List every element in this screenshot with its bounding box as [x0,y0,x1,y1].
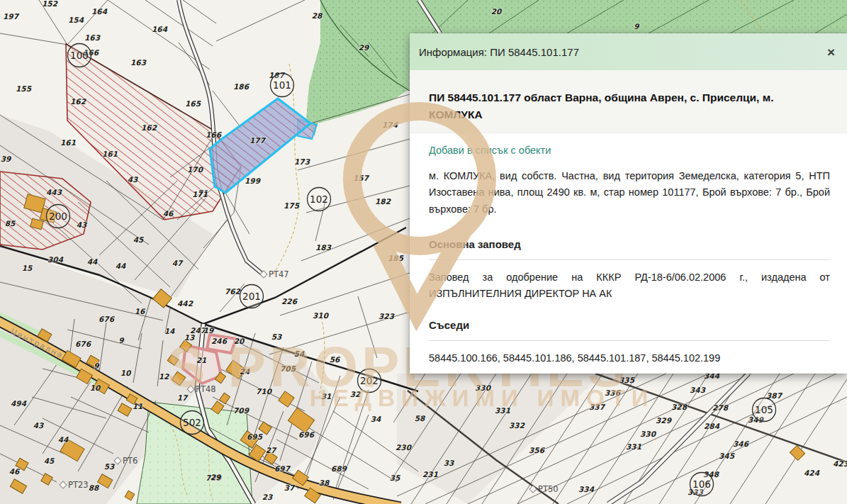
parcel-label: 676 [99,315,116,323]
parcel-label: 332 [509,421,525,430]
parcel-label: 38 [319,478,330,487]
add-to-list-link[interactable]: Добави в списък с обекти [429,142,551,159]
parcel-label: 323 [378,312,395,320]
parcel-label: 173 [294,157,310,166]
parcel-label: 155 [16,84,32,93]
parcel-label: 163 [130,58,147,67]
parcel-title-block: ПИ 58445.101.177 област Варна, община Ав… [410,70,847,133]
zone-circle-label: 502 [183,417,201,428]
parcel-label: 39 [1,155,12,163]
parcel-label: 177 [249,136,267,145]
parcel-label: 171 [192,190,208,198]
parcel-label: 11 [133,402,143,410]
parcel-label: 174 [382,121,398,129]
parcel-label: 231 [422,470,438,478]
parcel-label: 46 [9,467,21,476]
parcel-label: 23 [262,493,273,501]
parcel-label: 284 [704,422,720,430]
parcel-label: 88 [89,483,100,492]
parcel-label: 10 [90,383,101,392]
parcel-label: 44 [116,262,126,270]
parcel-label: 161 [60,138,76,147]
parcel-label: 334 [578,485,595,493]
parcel-label: 19 [203,326,215,335]
parcel-label: 33 [444,459,454,467]
parcel-label: 34 [371,415,381,423]
info-panel-title: Информация: ПИ 58445.101.177 [419,46,579,58]
parcel-label: 199 [245,177,262,185]
parcel-label: 329 [656,416,673,425]
parcel-label: 43 [33,421,44,430]
parcel-label: 695 [247,432,263,441]
parcel-label: 29 [211,473,222,481]
parcel-label: 356 [529,446,546,454]
zone-circle-label: 101 [273,79,291,91]
parcel-label: 175 [284,201,300,210]
order-text: Заповед за одобрение на КККР РД-18-6/06.… [429,269,830,302]
parcel-label: 44 [58,435,69,444]
parcel-label: 37 [284,483,296,492]
parcel-label: 345 [719,452,735,460]
parcel-label: 709 [233,406,250,415]
parcel-label: 183 [315,243,332,252]
parcel-description: м. КОМЛУКА, вид собств. Частна, вид тери… [429,168,830,218]
close-icon[interactable]: × [827,45,835,59]
parcel-label: 162 [70,97,86,106]
parcel-label: 185 [388,254,404,262]
order-heading: Основна заповед [429,236,830,260]
parcel-label: 278 [712,403,729,412]
parcel-label: 14 [164,327,175,335]
parcel-label: 43 [77,220,87,229]
parcel-label: 423 [833,459,847,468]
parcel-label: 343 [690,386,706,394]
parcel-label: 47 [172,259,184,267]
parcel-label: 53 [104,462,115,471]
parcel-label: 424 [804,469,820,477]
zone-circle-label: 201 [242,291,261,302]
neighbors-heading: Съседи [429,317,830,341]
parcel-label: 442 [177,299,193,308]
parcel-label: 45 [133,235,144,244]
parcel-label: 44 [87,257,98,266]
parcel-label: 157 [353,174,370,182]
parcel-label: 45 [44,457,55,465]
parcel-label: 35 [390,474,400,482]
info-panel-body: ПИ 58445.101.177 област Варна, община Ав… [410,70,847,366]
parcel-label: 163 [84,33,101,42]
parcel-label: 164 [152,25,168,33]
parcel-label: 346 [733,439,750,448]
parcel-label: 443 [46,188,62,196]
parcel-label: 164 [91,7,108,16]
parcel-label: 161 [102,150,118,158]
parcel-label: 330 [640,430,657,438]
app-window: Централна 197152154164164163163165155162… [0,0,847,504]
watermark-tagline-text: НЕДВИЖИМИ ИМОТИ [310,385,655,411]
parcel-label: 186 [233,82,250,91]
parcel-label: 162 [141,123,157,132]
parcel-label: 20 [491,7,503,16]
parcel-label: 304 [47,255,64,264]
parcel-label: 16 [135,307,146,315]
parcel-label: 762 [225,287,241,296]
parcel-label: 43 [128,175,138,184]
zone-circle-label: 100 [70,50,89,61]
parcel-label: 10 [120,369,132,377]
parcel-label: 15 [22,264,33,272]
parcel-title: ПИ 58445.101.177 област Варна, община Ав… [429,89,830,123]
survey-point-label: РТ47 [269,269,289,279]
parcel-label: 29 [359,43,370,52]
parcel-label: 696 [298,430,315,439]
parcel-label: 182 [375,197,391,206]
parcel-label: 46 [163,209,174,218]
info-panel-header: Информация: ПИ 58445.101.177 × [410,33,847,70]
parcel-label: 331 [626,442,641,451]
parcel-label: 226 [281,297,298,306]
info-panel: Информация: ПИ 58445.101.177 × ПИ 58445.… [410,33,847,374]
parcel-label: 689 [331,464,348,473]
parcel-label: 27 [266,446,277,454]
parcel-label: 165 [185,99,201,108]
zone-circle-label: 102 [310,194,328,205]
parcel-label: 85 [5,219,16,228]
zone-circle-label: 106 [692,478,711,490]
parcel-label: 154 [68,16,84,24]
